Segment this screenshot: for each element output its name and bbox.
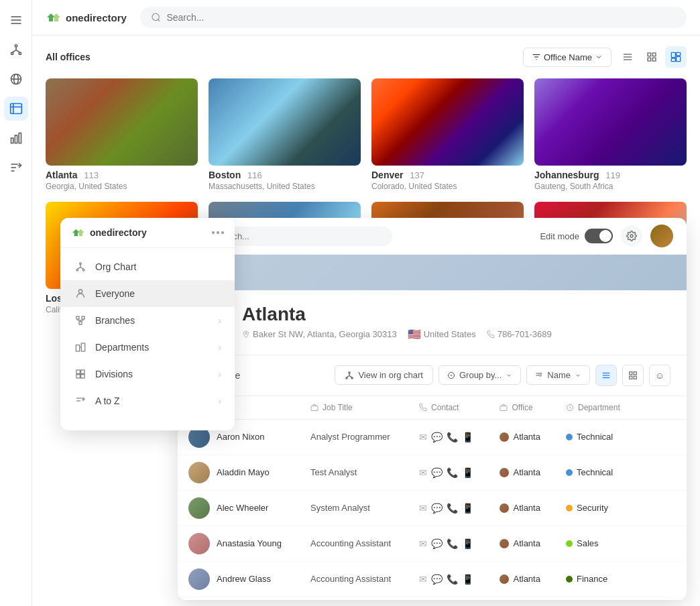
person-office-cell: Atlanta — [489, 597, 555, 600]
chat-icon[interactable]: 💬 — [431, 432, 443, 442]
az-sort-icon[interactable] — [4, 156, 28, 180]
view-in-org-button[interactable]: View in org chart — [335, 365, 433, 385]
dept-dot — [566, 434, 573, 440]
office-card-denver[interactable]: Denver 137 Colorado, United States — [371, 78, 524, 191]
city-meta: Baker St NW, Atlanta, Georgia 30313 🇺🇸 U… — [242, 328, 552, 341]
phone-icon[interactable]: 📞 — [447, 538, 458, 549]
svg-rect-58 — [81, 375, 84, 378]
svg-rect-82 — [634, 376, 636, 379]
svg-point-3 — [15, 45, 17, 47]
menu-item-org-chart[interactable]: Org Chart — [60, 253, 235, 280]
phone-icon[interactable]: 📞 — [447, 574, 458, 585]
chart-icon[interactable] — [4, 126, 28, 150]
office-location-atlanta: Georgia, United States — [46, 182, 198, 191]
svg-line-43 — [80, 267, 84, 269]
person-contact-cell: ✉ 💬 📞 📱 — [408, 419, 489, 454]
group-by-button[interactable]: Group by... — [439, 365, 521, 385]
list-view-button[interactable] — [617, 46, 638, 68]
phone-icon[interactable]: 📞 — [447, 503, 458, 513]
office-card-atlanta[interactable]: Atlanta 113 Georgia, United States — [46, 78, 198, 191]
email-icon[interactable]: ✉ — [419, 574, 427, 585]
settings-button[interactable] — [621, 225, 642, 247]
overlay-menu-panel: onedirectory Org Chart Everyone Branches — [60, 218, 235, 430]
overlay-menu-toggle[interactable] — [212, 231, 224, 234]
detail-search-input[interactable] — [215, 231, 383, 241]
table-view-button[interactable] — [595, 365, 617, 386]
office-name-denver: Denver 137 — [371, 170, 524, 180]
mobile-icon[interactable]: 📱 — [462, 503, 473, 513]
menu-label-divisions: Divisions — [95, 369, 133, 379]
menu-item-atoz[interactable]: A to Z › — [60, 387, 235, 414]
svg-rect-37 — [677, 56, 681, 61]
chat-icon[interactable]: 💬 — [431, 503, 443, 513]
email-icon[interactable]: ✉ — [419, 503, 427, 513]
svg-rect-45 — [76, 316, 79, 319]
overlay-menu: Org Chart Everyone Branches › Department… — [60, 248, 235, 420]
offices-controls: Office Name — [523, 46, 687, 68]
person-name-cell: Anastasia Young — [178, 526, 300, 561]
svg-point-40 — [82, 269, 84, 271]
svg-rect-36 — [671, 58, 675, 62]
svg-line-42 — [77, 267, 80, 269]
svg-line-7 — [12, 50, 16, 52]
svg-rect-46 — [82, 316, 84, 319]
city-country: 🇺🇸 United States — [408, 328, 476, 341]
chat-icon[interactable]: 💬 — [431, 467, 443, 478]
table-row[interactable]: Alec Wheeler System Analyst ✉ 💬 📞 📱 Atla… — [178, 490, 687, 526]
dept-dot — [566, 540, 573, 547]
office-name-boston: Boston 116 — [209, 170, 361, 180]
office-dot — [500, 574, 509, 584]
person-title-cell: Accounting Assistant — [300, 526, 408, 561]
office-card-johannesburg[interactable]: Johannesburg 119 Gauteng, South Africa — [534, 78, 687, 191]
email-icon[interactable]: ✉ — [419, 538, 427, 549]
menu-item-branches[interactable]: Branches › — [60, 307, 235, 334]
table-row[interactable]: Andrew Glass Accounting Assistant ✉ 💬 📞 … — [178, 561, 687, 597]
person-dept-cell: Security — [555, 490, 687, 526]
mobile-icon[interactable]: 📱 — [462, 574, 473, 585]
person-dept-cell: Finance — [555, 561, 687, 597]
menu-item-divisions[interactable]: Divisions › — [60, 361, 235, 387]
people-icon[interactable] — [4, 97, 28, 121]
card-view-button[interactable] — [665, 46, 687, 68]
country-text: United States — [424, 329, 476, 339]
phone-icon[interactable]: 📞 — [447, 432, 458, 442]
search-input[interactable] — [166, 12, 676, 23]
name-sort-button[interactable]: Name — [526, 365, 590, 385]
person-name-cell: Alec Wheeler — [178, 490, 300, 526]
table-row[interactable]: Anne Strong Analyst Programmer ✉ 💬 📞 📱 A… — [178, 597, 687, 600]
phone-icon[interactable]: 📞 — [447, 467, 458, 478]
menu-item-departments[interactable]: Departments › — [60, 334, 235, 361]
svg-line-70 — [347, 376, 349, 377]
mobile-icon[interactable]: 📱 — [462, 467, 473, 478]
org-chart-icon[interactable] — [4, 38, 28, 62]
sort-button[interactable]: Office Name — [523, 48, 611, 67]
edit-mode-toggle[interactable] — [585, 229, 613, 243]
col-office: Office — [489, 396, 555, 420]
view-org-icon — [345, 371, 354, 380]
grid-view-button[interactable] — [641, 46, 662, 68]
offices-title: All offices — [46, 52, 91, 62]
menu-item-everyone[interactable]: Everyone — [60, 280, 235, 307]
svg-point-22 — [152, 13, 159, 20]
globe-icon[interactable] — [4, 67, 28, 91]
chat-icon[interactable]: 💬 — [431, 538, 443, 549]
mobile-icon[interactable]: 📱 — [462, 432, 473, 442]
menu-label-atoz: A to Z — [95, 396, 120, 406]
office-card-boston[interactable]: Boston 116 Massachusetts, United States — [209, 78, 361, 191]
detail-grid-view-button[interactable] — [622, 365, 644, 386]
phone-text: 786-701-3689 — [498, 329, 552, 339]
table-row[interactable]: Aaron Nixon Analyst Programmer ✉ 💬 📞 📱 A… — [178, 419, 687, 454]
email-icon[interactable]: ✉ — [419, 432, 427, 442]
main-search-bar[interactable] — [140, 7, 687, 28]
emoji-view-button[interactable]: ☺ — [649, 365, 670, 386]
table-row[interactable]: Anastasia Young Accounting Assistant ✉ 💬… — [178, 526, 687, 561]
menu-icon[interactable] — [4, 8, 28, 32]
email-icon[interactable]: ✉ — [419, 467, 427, 478]
table-row[interactable]: Aladdin Mayo Test Analyst ✉ 💬 📞 📱 Atlant… — [178, 454, 687, 490]
chat-icon[interactable]: 💬 — [431, 574, 443, 585]
sort-icon — [532, 52, 541, 62]
detail-controls: Edit mode — [540, 225, 673, 247]
mobile-icon[interactable]: 📱 — [462, 538, 473, 549]
user-avatar[interactable] — [650, 225, 673, 247]
svg-rect-15 — [11, 138, 13, 143]
